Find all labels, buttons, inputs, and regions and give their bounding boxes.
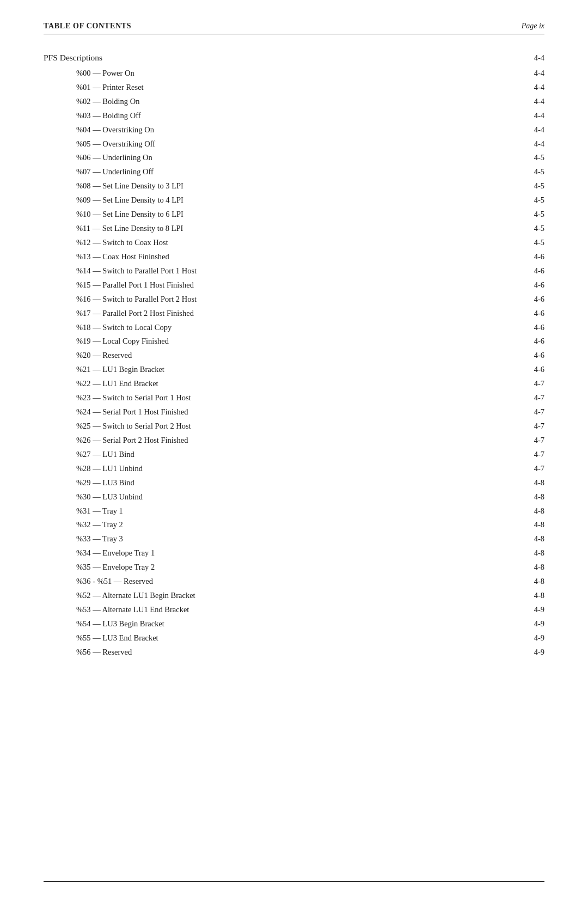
- toc-page: 4-8: [534, 533, 544, 546]
- toc-title: %55 — LU3 End Bracket: [76, 632, 158, 645]
- toc-title: %32 — Tray 2: [76, 518, 123, 532]
- toc-title: %07 — Underlining Off: [76, 166, 154, 179]
- toc-entry: %00 — Power On4-4: [76, 67, 544, 80]
- toc-entry: %10 — Set Line Density to 6 LPI4-5: [76, 208, 544, 221]
- toc-page: 4-7: [534, 392, 544, 405]
- toc-dots: [186, 188, 530, 188]
- toc-title: %23 — Switch to Serial Port 1 Host: [76, 392, 191, 405]
- toc-entry: %15 — Parallel Port 1 Host Finished4-6: [76, 279, 544, 292]
- toc-entry: %02 — Bolding On4-4: [76, 95, 544, 108]
- toc-entry: %16 — Switch to Parallel Port 2 Host4-6: [76, 293, 544, 306]
- toc-title: %30 — LU3 Unbind: [76, 491, 143, 504]
- toc-entry: %21 — LU1 Begin Bracket4-6: [76, 363, 544, 376]
- toc-title: %08 — Set Line Density to 3 LPI: [76, 180, 183, 193]
- toc-dots: [137, 456, 530, 457]
- toc-dots: [170, 245, 530, 245]
- toc-page: 4-4: [534, 109, 544, 123]
- toc-page: 4-6: [534, 321, 544, 334]
- toc-title: %34 — Envelope Tray 1: [76, 547, 155, 560]
- toc-page: 4-8: [534, 589, 544, 602]
- toc-dots: [125, 541, 530, 541]
- toc-title: %28 — LU1 Unbind: [76, 462, 143, 475]
- toc-entry: %33 — Tray 34-8: [76, 533, 544, 546]
- toc-dots: [174, 330, 529, 330]
- toc-page: 4-4: [534, 124, 544, 137]
- toc-dots: [155, 160, 530, 160]
- toc-entry: %53 — Alternate LU1 End Bracket4-9: [76, 603, 544, 617]
- toc-page: 4-8: [534, 561, 544, 574]
- toc-entry: %17 — Parallel Port 2 Host Finished4-6: [76, 307, 544, 320]
- toc-entry: %29 — LU3 Bind4-8: [76, 477, 544, 490]
- toc-entry: %28 — LU1 Unbind4-7: [76, 462, 544, 475]
- toc-entry: %01 — Printer Reset4-4: [76, 81, 544, 94]
- toc-title: %10 — Set Line Density to 6 LPI: [76, 208, 183, 221]
- toc-entry: %07 — Underlining Off4-5: [76, 166, 544, 179]
- toc-entry: %30 — LU3 Unbind4-8: [76, 491, 544, 504]
- toc-entry: %11 — Set Line Density to 8 LPI4-5: [76, 222, 544, 235]
- toc-dots: [191, 612, 529, 612]
- toc-title: %27 — LU1 Bind: [76, 448, 134, 461]
- toc-entry: %22 — LU1 End Bracket4-7: [76, 377, 544, 391]
- toc-dots: [167, 626, 530, 626]
- toc-dots: [171, 259, 530, 259]
- toc-page: 4-5: [534, 151, 544, 164]
- toc-entry: %25 — Switch to Serial Port 2 Host4-7: [76, 420, 544, 433]
- header-page-number: Page ix: [522, 22, 544, 30]
- toc-dots: [145, 471, 530, 471]
- toc-dots: [167, 371, 530, 372]
- toc-entry: %27 — LU1 Bind4-7: [76, 448, 544, 461]
- toc-page: 4-8: [534, 547, 544, 560]
- toc-title: %35 — Envelope Tray 2: [76, 561, 155, 574]
- toc-dots: [185, 230, 529, 231]
- toc-entry: %09 — Set Line Density to 4 LPI4-5: [76, 194, 544, 207]
- toc-page: 4-5: [534, 166, 544, 179]
- toc-dots: [156, 174, 530, 174]
- toc-entry: %31 — Tray 14-8: [76, 505, 544, 518]
- toc-title: %54 — LU3 Begin Bracket: [76, 618, 164, 631]
- toc-title: %25 — Switch to Serial Port 2 Host: [76, 420, 191, 433]
- toc-page: 4-8: [534, 518, 544, 532]
- toc-entry: %35 — Envelope Tray 24-8: [76, 561, 544, 574]
- toc-dots: [190, 414, 529, 414]
- toc-dots: [157, 146, 530, 147]
- toc-entry: %20 — Reserved4-6: [76, 349, 544, 362]
- toc-dots: [190, 442, 529, 443]
- toc-dots: [193, 400, 530, 400]
- toc-entry: %34 — Envelope Tray 14-8: [76, 547, 544, 560]
- toc-page: 4-7: [534, 420, 544, 433]
- page-header: TABLE OF CONTENTS Page ix: [44, 22, 544, 34]
- toc-dots: [161, 640, 530, 640]
- toc-page: 4-6: [534, 363, 544, 376]
- toc-entry: %05 — Overstriking Off4-4: [76, 138, 544, 151]
- toc-entry: %06 — Underlining On4-5: [76, 151, 544, 164]
- toc-page: 4-7: [534, 448, 544, 461]
- toc-entry: %14 — Switch to Parallel Port 1 Host4-6: [76, 265, 544, 278]
- toc-title: %22 — LU1 End Bracket: [76, 377, 158, 391]
- toc-entry: %03 — Bolding Off4-4: [76, 109, 544, 123]
- toc-dots: [186, 202, 530, 203]
- toc-dots: [146, 89, 530, 90]
- toc-page: 4-6: [534, 251, 544, 264]
- toc-page: 4-7: [534, 462, 544, 475]
- toc-entry: %12 — Switch to Coax Host4-5: [76, 236, 544, 249]
- toc-dots: [198, 597, 530, 598]
- toc-entry: %54 — LU3 Begin Bracket4-9: [76, 618, 544, 631]
- toc-dots: [142, 103, 529, 104]
- toc-dots: [143, 118, 530, 118]
- toc-dots: [199, 273, 530, 273]
- toc-title: %00 — Power On: [76, 67, 134, 80]
- toc-page: 4-5: [534, 222, 544, 235]
- toc-dots: [161, 386, 530, 386]
- toc-entry: %13 — Coax Host Fininshed4-6: [76, 251, 544, 264]
- toc-dots: [196, 287, 530, 288]
- toc-dots: [157, 569, 529, 570]
- toc-dots: [171, 343, 530, 344]
- toc-page: 4-9: [534, 632, 544, 645]
- toc-dots: [157, 555, 529, 556]
- toc-entry: %24 — Serial Port 1 Host Finished4-7: [76, 406, 544, 419]
- toc-title: %52 — Alternate LU1 Begin Bracket: [76, 589, 195, 602]
- toc-page: 4-8: [534, 477, 544, 490]
- toc-title: %17 — Parallel Port 2 Host Finished: [76, 307, 194, 320]
- toc-entry: %52 — Alternate LU1 Begin Bracket4-8: [76, 589, 544, 602]
- toc-title: %02 — Bolding On: [76, 95, 139, 108]
